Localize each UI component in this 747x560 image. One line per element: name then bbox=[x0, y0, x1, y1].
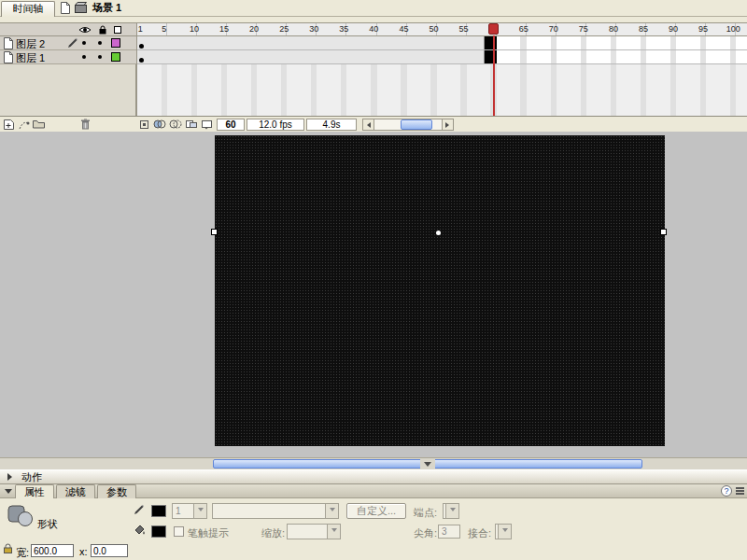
onion-skin-icon[interactable] bbox=[153, 119, 166, 130]
tab-properties[interactable]: 属性 bbox=[15, 484, 54, 498]
frame-rows bbox=[137, 36, 747, 64]
top-bar: 时间轴 场景 1 bbox=[0, 0, 747, 17]
ruler-frame-label: 20 bbox=[246, 24, 262, 34]
layer-visibility-dot[interactable] bbox=[82, 41, 86, 45]
join-label: 接合: bbox=[468, 526, 491, 540]
layer-name-label: 图层 2 bbox=[16, 37, 45, 51]
edit-multiple-frames-icon[interactable] bbox=[185, 119, 198, 130]
width-input[interactable] bbox=[31, 544, 74, 557]
join-combo[interactable] bbox=[495, 524, 512, 539]
current-frame-indicator: 60 bbox=[217, 119, 245, 131]
object-type-label: 形状 bbox=[37, 517, 58, 531]
lock-layers-icon[interactable] bbox=[98, 25, 107, 35]
layer-editing-pencil-icon bbox=[67, 37, 78, 49]
insert-layer-icon[interactable] bbox=[3, 119, 15, 131]
frame-span bbox=[137, 50, 485, 63]
layer-row[interactable]: 图层 2 bbox=[0, 36, 136, 50]
outline-layers-icon[interactable] bbox=[113, 25, 122, 35]
tab-parameters[interactable]: 参数 bbox=[97, 484, 136, 498]
collapse-down-arrow-icon bbox=[424, 462, 431, 470]
x-input[interactable] bbox=[91, 544, 128, 557]
modify-onion-markers-icon[interactable] bbox=[201, 119, 213, 130]
collapse-panel-arrow-icon[interactable] bbox=[5, 489, 12, 497]
layer-lock-dot[interactable] bbox=[98, 55, 102, 59]
show-hide-layers-icon[interactable] bbox=[78, 25, 92, 35]
delete-layer-icon[interactable] bbox=[80, 119, 91, 130]
layer-outline-color-chip[interactable] bbox=[111, 38, 120, 48]
playhead-marker[interactable] bbox=[488, 23, 499, 35]
stroke-height-value: 1 bbox=[176, 506, 181, 516]
scale-label: 缩放: bbox=[261, 526, 285, 540]
selected-keyframe-block bbox=[485, 36, 497, 49]
selection-handle-right[interactable] bbox=[660, 229, 667, 235]
frame-ruler[interactable]: 1510152025303540455055606570758085909510… bbox=[137, 22, 747, 36]
frames-empty-area bbox=[137, 64, 747, 116]
stroke-hinting-label: 笔触提示 bbox=[188, 526, 229, 540]
stroke-color-swatch[interactable] bbox=[151, 505, 166, 517]
layer-frames-lane[interactable] bbox=[137, 36, 747, 50]
chevron-down-icon[interactable] bbox=[327, 525, 340, 539]
paint-bucket-icon bbox=[133, 524, 146, 537]
miter-value-field[interactable]: 3 bbox=[438, 525, 460, 539]
layer-visibility-dot[interactable] bbox=[82, 55, 86, 59]
layer-page-icon bbox=[3, 37, 13, 49]
chevron-down-icon[interactable] bbox=[193, 504, 206, 518]
tab-filters[interactable]: 滤镜 bbox=[56, 484, 95, 498]
help-icon[interactable]: ? bbox=[721, 485, 732, 497]
flash-application-window: 时间轴 场景 1 图层 2图层 1 1510152025 bbox=[0, 0, 747, 560]
ruler-frame-label: 5 bbox=[156, 24, 173, 34]
add-motion-guide-icon[interactable] bbox=[18, 119, 30, 131]
timeline-scrollbar-thumb[interactable] bbox=[401, 119, 432, 130]
ruler-frame-label: 55 bbox=[456, 24, 472, 34]
ruler-frame-label: 90 bbox=[665, 24, 682, 34]
stage-pasteboard[interactable] bbox=[0, 132, 747, 457]
ruler-frame-label: 70 bbox=[545, 24, 562, 34]
properties-panel: 属性滤镜参数 ? 形状 1 自定义... 端点: bbox=[0, 484, 747, 560]
scroll-right-arrow-icon[interactable] bbox=[442, 119, 453, 130]
layer-frames-lane[interactable] bbox=[137, 50, 747, 64]
edit-bar: 场景 1 bbox=[75, 0, 121, 16]
timeline-panel: 图层 2图层 1 1510152025303540455055606570758… bbox=[0, 17, 747, 132]
selection-handle-left[interactable] bbox=[211, 229, 218, 235]
stroke-style-combo[interactable] bbox=[212, 503, 339, 519]
insert-layer-folder-icon[interactable] bbox=[33, 119, 45, 129]
keyframe-dot bbox=[139, 44, 144, 49]
width-label: 宽: bbox=[16, 546, 29, 560]
ruler-frame-label: 45 bbox=[395, 24, 412, 34]
scroll-left-arrow-icon[interactable] bbox=[363, 119, 374, 130]
actions-panel-header[interactable]: 动作 bbox=[0, 469, 747, 484]
cap-label: 端点: bbox=[414, 506, 437, 520]
scale-combo[interactable] bbox=[287, 524, 341, 539]
ruler-frame-label: 35 bbox=[335, 24, 352, 34]
onion-skin-outlines-icon[interactable] bbox=[169, 119, 182, 130]
layer-list: 图层 2图层 1 bbox=[0, 36, 136, 64]
layer-lock-dot[interactable] bbox=[98, 41, 102, 45]
timeline-panel-tab[interactable]: 时间轴 bbox=[1, 1, 55, 17]
chevron-down-icon[interactable] bbox=[325, 504, 338, 518]
horizontal-scrollbar[interactable] bbox=[0, 457, 747, 469]
stage-canvas[interactable] bbox=[215, 135, 665, 446]
cap-combo[interactable] bbox=[443, 503, 459, 519]
scene-breadcrumb-label[interactable]: 场景 1 bbox=[92, 1, 121, 15]
timeline-status-bar: 60 12.0 fps 4.9s bbox=[0, 116, 747, 132]
ruler-frame-label: 75 bbox=[575, 24, 592, 34]
chevron-down-icon[interactable] bbox=[498, 525, 511, 539]
frame-rate-indicator[interactable]: 12.0 fps bbox=[247, 119, 304, 131]
ruler-frame-label: 25 bbox=[275, 24, 292, 34]
panel-collapse-control[interactable] bbox=[420, 458, 435, 469]
selected-keyframe-block bbox=[485, 50, 497, 63]
center-frame-icon[interactable] bbox=[138, 119, 150, 131]
fill-color-swatch[interactable] bbox=[151, 525, 166, 538]
constrain-lock-icon[interactable] bbox=[3, 543, 13, 554]
properties-tabs: 属性滤镜参数 bbox=[15, 484, 138, 498]
layer-outline-color-chip[interactable] bbox=[111, 52, 120, 62]
stroke-height-combo[interactable]: 1 bbox=[172, 503, 207, 519]
stroke-hinting-checkbox[interactable] bbox=[174, 526, 184, 537]
properties-panel-body: 形状 1 自定义... 端点: 笔触提示 缩放: bbox=[0, 498, 747, 560]
layer-row[interactable]: 图层 1 bbox=[0, 50, 136, 64]
panel-menu-icon[interactable] bbox=[736, 487, 744, 495]
custom-stroke-button[interactable]: 自定义... bbox=[346, 503, 406, 519]
stroke-pencil-icon bbox=[134, 504, 145, 515]
timeline-scrollbar[interactable] bbox=[362, 119, 454, 131]
chevron-down-icon[interactable] bbox=[445, 504, 458, 518]
